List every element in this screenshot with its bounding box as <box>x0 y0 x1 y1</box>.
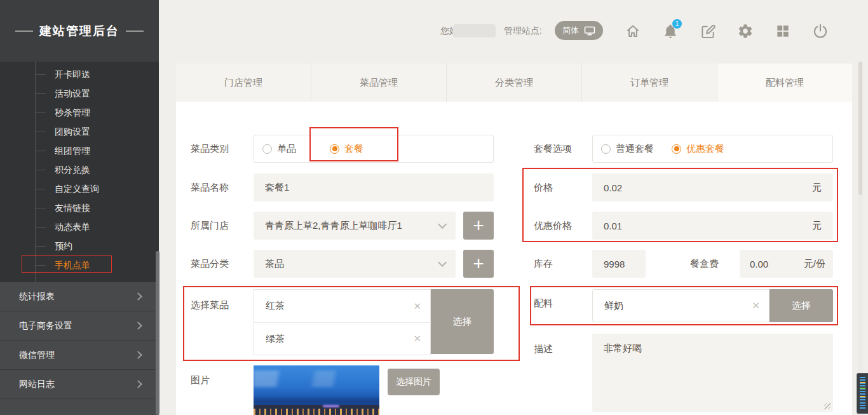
sidebar-item-groupbuy[interactable]: 团购设置 <box>0 122 159 141</box>
dish-name-label: 菜品名称 <box>191 182 229 193</box>
store-select[interactable]: 青青原上草2,青青原上草咖啡厅1 <box>254 212 456 240</box>
radio-normal-combo-label[interactable]: 普通套餐 <box>616 143 654 155</box>
radio-discount-combo[interactable] <box>672 144 681 154</box>
sidebar-item-points-exchange[interactable]: 积分兑换 <box>0 160 159 179</box>
remove-ingredient-icon[interactable]: ✕ <box>752 300 760 311</box>
discount-price-unit: 元 <box>812 220 822 232</box>
app-title: 建站管理后台 <box>39 23 119 39</box>
radio-discount-combo-label[interactable]: 优惠套餐 <box>686 143 724 155</box>
select-dish-label: 选择菜品 <box>191 299 229 311</box>
chevron-down-icon <box>438 220 447 229</box>
section-label: 网站日志 <box>19 379 55 390</box>
scrollbar-thumb[interactable] <box>858 62 862 195</box>
power-icon[interactable] <box>812 23 829 39</box>
sidebar-item-reservation[interactable]: 预约 <box>0 236 159 255</box>
boxfee-input[interactable]: 0.00 元/份 <box>740 250 833 278</box>
select-image-button[interactable]: 选择图片 <box>388 369 440 395</box>
photo-light-glow <box>323 405 339 407</box>
description-value: 非常好喝 <box>604 343 642 353</box>
stock-value: 9998 <box>604 259 625 269</box>
sidebar-item-open-card-gift[interactable]: 开卡即送 <box>0 65 159 84</box>
sidebar-item-mobile-order[interactable]: 手机点单 <box>0 255 159 275</box>
tab-dish-manage[interactable]: 菜品管理 <box>311 64 446 102</box>
ingredient-value: 鲜奶 <box>604 300 623 312</box>
tab-category-manage[interactable]: 分类管理 <box>446 64 581 102</box>
boxfee-label: 餐盒费 <box>690 258 719 269</box>
select-dish-button[interactable]: 选择 <box>431 289 494 354</box>
gear-icon[interactable] <box>737 23 754 39</box>
apps-grid-icon[interactable] <box>775 23 791 39</box>
tab-order-manage[interactable]: 订单管理 <box>581 64 717 102</box>
section-label: 统计报表 <box>19 291 55 303</box>
tabstrip: 门店管理 菜品管理 分类管理 订单管理 配料管理 <box>176 64 852 102</box>
home-icon[interactable] <box>625 23 641 39</box>
image-label: 图片 <box>191 374 210 386</box>
sidebar-item-dynamic-form[interactable]: 动态表单 <box>0 217 159 236</box>
sidebar-section-ecommerce[interactable]: 电子商务设置 <box>0 311 159 341</box>
stock-label: 库存 <box>534 258 553 269</box>
remove-dish-icon[interactable]: ✕ <box>413 301 421 312</box>
store-label: 所属门店 <box>191 220 229 231</box>
add-store-button[interactable]: + <box>463 212 494 240</box>
app-logo: 建站管理后台 <box>0 0 159 62</box>
radio-single-dish[interactable] <box>262 144 272 154</box>
radio-normal-combo[interactable] <box>601 144 611 154</box>
price-input[interactable]: 0.02 元 <box>592 173 833 201</box>
monitor-icon <box>584 26 595 36</box>
add-category-button[interactable]: + <box>463 250 494 278</box>
selected-dish-list: 红茶 ✕ 绿茶 ✕ <box>254 289 431 355</box>
sidebar-section-sitelog[interactable]: 网站日志 <box>0 370 159 399</box>
tab-store-manage[interactable]: 门店管理 <box>176 64 311 102</box>
edit-icon[interactable] <box>700 23 716 39</box>
price-label: 价格 <box>534 182 553 193</box>
chevron-right-icon <box>134 292 142 301</box>
sidebar-item-flashsale[interactable]: 秒杀管理 <box>0 103 159 122</box>
sidebar-item-custom-query[interactable]: 自定义查询 <box>0 179 159 198</box>
photo-clouds <box>254 371 379 387</box>
tab-ingredient-manage[interactable]: 配料管理 <box>717 64 852 102</box>
capture-stripe-yellow <box>860 396 865 397</box>
main-panel: 门店管理 菜品管理 分类管理 订单管理 配料管理 菜品类别 单品 套餐 套餐选项… <box>176 64 852 415</box>
sidebar-item-friend-links[interactable]: 友情链接 <box>0 198 159 217</box>
radio-combo[interactable] <box>330 144 339 154</box>
chevron-down-icon <box>438 258 447 267</box>
remove-dish-icon[interactable]: ✕ <box>413 333 421 344</box>
stock-input[interactable]: 9998 <box>592 250 646 278</box>
dish-name-input[interactable]: 套餐1 <box>254 173 494 201</box>
manage-site-label: 管理站点: <box>504 25 542 37</box>
resize-handle[interactable] <box>824 403 831 409</box>
dish-photo-thumbnail <box>254 365 379 415</box>
chevron-right-icon <box>134 380 142 388</box>
notification-badge: 1 <box>672 19 682 29</box>
sidebar-section-wechat[interactable]: 微信管理 <box>0 341 159 370</box>
chevron-right-icon <box>134 351 142 359</box>
discount-price-input[interactable]: 0.01 元 <box>592 212 833 240</box>
sidebar-scrollbar[interactable] <box>156 251 159 415</box>
topbar: 您好 管理站点: 简体 1 <box>159 0 868 62</box>
selected-dish-name: 红茶 <box>266 300 285 312</box>
description-textarea[interactable]: 非常好喝 <box>592 334 833 412</box>
radio-combo-label[interactable]: 套餐 <box>344 143 363 155</box>
chevron-right-icon <box>134 322 142 330</box>
notifications-bell-icon[interactable]: 1 <box>662 23 679 39</box>
selected-dish-row: 绿茶 ✕ <box>254 322 430 355</box>
page-scrollbar[interactable] <box>858 62 863 415</box>
dish-category-select[interactable]: 茶品 <box>254 250 456 278</box>
dish-category-value: 茶品 <box>265 258 284 270</box>
capture-tool-widget[interactable] <box>857 373 868 414</box>
sidebar-item-activity-settings[interactable]: 活动设置 <box>0 84 159 103</box>
dish-category-label: 菜品分类 <box>191 258 229 269</box>
ingredient-input[interactable]: 鲜奶 ✕ <box>592 289 770 322</box>
combo-option-label: 套餐选项 <box>534 143 572 154</box>
store-value: 青青原上草2,青青原上草咖啡厅1 <box>265 220 402 232</box>
logo-dash-right <box>126 31 144 32</box>
capture-stripe-green <box>860 388 865 389</box>
radio-single-dish-label[interactable]: 单品 <box>277 143 296 155</box>
sidebar-item-group-manage[interactable]: 组团管理 <box>0 141 159 160</box>
capture-stripe-yellow <box>860 382 865 383</box>
category-radio-group: 单品 套餐 <box>254 135 494 163</box>
sidebar-section-statistics[interactable]: 统计报表 <box>0 282 159 311</box>
language-switch-button[interactable]: 简体 <box>555 21 603 40</box>
sidebar-menu: 开卡即送 活动设置 秒杀管理 团购设置 组团管理 积分兑换 自定义查询 友情链接… <box>0 62 159 275</box>
select-ingredient-button[interactable]: 选择 <box>770 289 833 322</box>
